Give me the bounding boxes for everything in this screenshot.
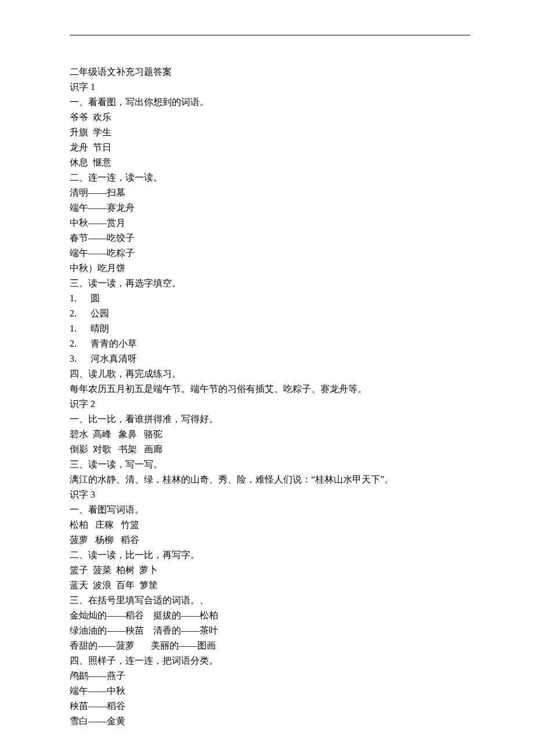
body-text: 二年级语文补充习题答案 识字 1 一、看看图，写出你想到的词语。 爷爷 欢乐 升… xyxy=(70,64,470,729)
text-line: 倒影 对歌 书架 画廊 xyxy=(70,442,470,457)
text-line: 三、读一读，再选字填空。 xyxy=(70,276,470,291)
text-line: 中秋——赏月 xyxy=(70,215,470,231)
text-line: 碧水 高峰 象鼻 骆驼 xyxy=(70,427,470,442)
text-line: 绿油油的——秧苗 清香的——茶叶 xyxy=(70,623,470,638)
text-line: 中秋）吃月饼 xyxy=(70,261,470,276)
text-line: 端午——赛龙舟 xyxy=(70,200,470,215)
text-line: 篮子 菠菜 柏树 萝卜 xyxy=(70,563,470,578)
document-page: 二年级语文补充习题答案 识字 1 一、看看图，写出你想到的词语。 爷爷 欢乐 升… xyxy=(0,0,534,756)
text-line: 漓江的水静、清、绿，桂林的山奇、秀、险，难怪人们说：“桂林山水甲天下”。 xyxy=(70,472,470,487)
text-line: 清明——扫墓 xyxy=(70,185,470,200)
text-line: 识字 2 xyxy=(70,397,470,412)
text-line: 2. 青青的小草 xyxy=(70,336,470,351)
text-line: 鸬鹚——燕子 xyxy=(70,668,470,683)
text-line: 一、看图写词语。 xyxy=(70,502,470,517)
text-line: 香甜的——菠萝 美丽的——图画 xyxy=(70,638,470,653)
text-line: 雪白——金黄 xyxy=(70,714,470,729)
text-line: 二年级语文补充习题答案 xyxy=(70,64,470,80)
text-line: 一、看看图，写出你想到的词语。 xyxy=(70,95,470,110)
text-line: 秧苗——稻谷 xyxy=(70,699,470,714)
text-line: 三、读一读，写一写。 xyxy=(70,457,470,472)
text-line: 识字 1 xyxy=(70,80,470,95)
text-line: 二、读一读，比一比，再写字。 xyxy=(70,548,470,563)
text-line: 2. 公园 xyxy=(70,306,470,321)
text-line: 升旗 学生 xyxy=(70,125,470,140)
text-line: 蓝天 波浪 百年 箩筐 xyxy=(70,578,470,593)
text-line: 三、在括号里填写合适的词语。、 xyxy=(70,593,470,608)
text-line: 识字 3 xyxy=(70,487,470,502)
text-line: 松柏 庄稼 竹篮 xyxy=(70,517,470,532)
text-line: 一、比一比，看谁拼得准，写得好。 xyxy=(70,412,470,427)
text-line: 1. 晴朗 xyxy=(70,321,470,336)
text-line: 爷爷 欢乐 xyxy=(70,110,470,125)
text-line: 四、读儿歌，再完成练习。 xyxy=(70,366,470,381)
text-line: 端午——中秋 xyxy=(70,683,470,699)
text-line: 春节——吃饺子 xyxy=(70,231,470,246)
text-line: 3. 河水真清呀 xyxy=(70,351,470,366)
text-line: 端午——吃粽子 xyxy=(70,246,470,261)
text-line: 龙舟 节日 xyxy=(70,140,470,155)
top-rule xyxy=(70,35,470,35)
text-line: 每年农历五月初五是端午节。端午节的习俗有插艾、吃粽子、赛龙舟等。 xyxy=(70,381,470,397)
text-line: 四、照样子，连一连，把词语分类。 xyxy=(70,653,470,668)
text-line: 菠萝 杨柳 稻谷 xyxy=(70,532,470,548)
text-line: 1. 圆 xyxy=(70,291,470,306)
text-line: 金灿灿的——稻谷 挺拔的——松柏 xyxy=(70,608,470,623)
text-line: 二、连一连，读一读。 xyxy=(70,170,470,185)
text-line: 休息 惬意 xyxy=(70,155,470,170)
